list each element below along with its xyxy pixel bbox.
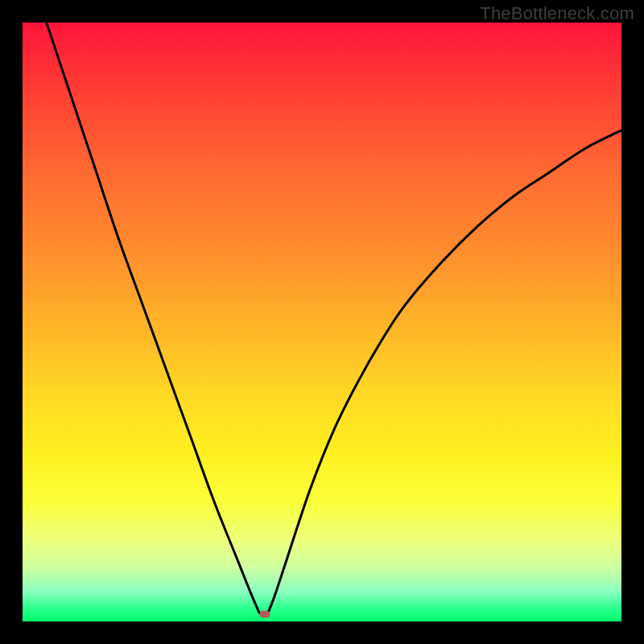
curve-left-branch (47, 23, 259, 613)
plot-area (23, 23, 621, 621)
bottleneck-marker (260, 611, 270, 618)
chart-frame: TheBottleneck.com (0, 0, 644, 644)
curve-right-branch (268, 130, 621, 613)
watermark-text: TheBottleneck.com (480, 3, 634, 24)
curve-layer (23, 23, 621, 621)
